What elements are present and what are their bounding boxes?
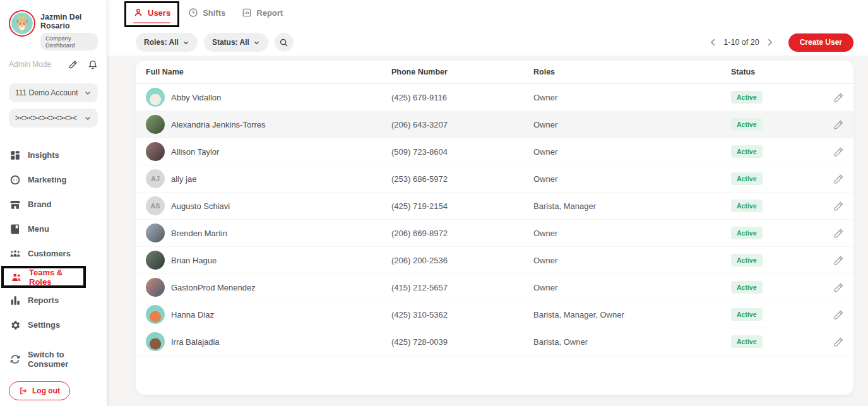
admin-mode-label: Admin Mode (9, 60, 51, 69)
table-row[interactable]: Abby Vidallon (425) 679-9116 Owner Activ… (136, 84, 853, 111)
create-user-button[interactable]: Create User (788, 33, 853, 52)
edit-user-pencil-icon[interactable] (833, 174, 844, 184)
logout-label: Log out (32, 386, 60, 395)
user-roles: Owner (533, 93, 731, 102)
edit-user-pencil-icon[interactable] (833, 309, 844, 320)
column-header-status: Status (731, 68, 833, 76)
logout-button[interactable]: Log out (9, 381, 70, 400)
user-roles: Owner (533, 256, 731, 265)
table-row[interactable]: Brenden Martin (206) 669-8972 Owner Acti… (136, 220, 853, 247)
status-badge: Active (731, 145, 763, 158)
notifications-bell-icon[interactable] (88, 59, 98, 69)
profile-avatar[interactable] (9, 10, 35, 37)
tab-users[interactable]: Users (133, 8, 170, 18)
admin-mode-row: Admin Mode (0, 59, 107, 69)
search-button[interactable] (275, 33, 294, 52)
user-phone-number: (425) 679-9116 (391, 93, 533, 102)
status-badge: Active (731, 281, 763, 294)
status-badge: Active (731, 200, 763, 212)
search-icon (279, 38, 288, 47)
edit-user-pencil-icon[interactable] (833, 282, 844, 293)
sidebar-item-settings[interactable]: Settings (0, 313, 107, 337)
user-phone-number: (253) 686-5972 (391, 174, 533, 184)
user-roles: Barista, Manager (533, 201, 731, 211)
user-full-name: ally jae (171, 174, 196, 184)
chevron-down-icon (182, 39, 189, 46)
table-row[interactable]: Irra Balajadia (425) 728-0039 Barista, O… (136, 328, 853, 355)
logout-icon (19, 386, 28, 395)
user-full-name: Alexandria Jenkins-Torres (171, 120, 266, 129)
table-row[interactable]: Hanna Diaz (425) 310-5362 Barista, Manag… (136, 301, 853, 328)
user-full-name: Allison Taylor (171, 147, 219, 157)
location-dropdown-value: ><><><><><><>< (15, 114, 77, 122)
user-full-name: Augusto Schiavi (171, 201, 230, 211)
sidebar-item-label: Insights (28, 150, 59, 160)
status-filter-label: Status: All (212, 38, 249, 47)
user-roles: Barista, Manager, Owner (533, 310, 731, 319)
sidebar-item-marketing[interactable]: Marketing (0, 167, 107, 192)
user-avatar: AS (146, 196, 165, 215)
sidebar-item-label: Customers (28, 249, 71, 258)
user-phone-number: (425) 728-0039 (391, 337, 533, 347)
edit-user-pencil-icon[interactable] (833, 337, 844, 347)
chevron-down-icon (253, 39, 260, 46)
settings-gear-icon (9, 319, 21, 331)
sidebar-item-label: Settings (28, 320, 60, 330)
edit-user-pencil-icon[interactable] (833, 146, 844, 157)
table-row[interactable]: GastonProd Menendez (415) 212-5657 Owner… (136, 274, 853, 301)
active-tab-underline (133, 22, 170, 23)
menu-book-icon (9, 224, 21, 235)
sidebar-item-customers[interactable]: Customers (0, 241, 107, 266)
user-roles: Owner (533, 147, 731, 157)
users-table-card: Full Name Phone Number Roles Status Abby… (136, 61, 853, 395)
tab-report[interactable]: Report (242, 8, 283, 18)
sidebar-item-label: Brand (28, 200, 52, 209)
table-row[interactable]: AS Augusto Schiavi (425) 719-2154 Barist… (136, 193, 853, 220)
status-badge: Active (731, 335, 763, 348)
location-dropdown[interactable]: ><><><><><><>< (9, 109, 98, 128)
table-row[interactable]: AJ ally jae (253) 686-5972 Owner Active (136, 165, 853, 193)
edit-user-pencil-icon[interactable] (833, 228, 844, 239)
table-body: Abby Vidallon (425) 679-9116 Owner Activ… (136, 84, 853, 355)
table-header-row: Full Name Phone Number Roles Status (136, 61, 853, 84)
tab-shifts[interactable]: Shifts (188, 8, 225, 18)
roles-filter-dropdown[interactable]: Roles: All (136, 33, 198, 52)
table-row[interactable]: Allison Taylor (509) 723-8604 Owner Acti… (136, 138, 853, 165)
users-tab-highlight-box: Users (124, 1, 179, 27)
user-phone-number: (425) 719-2154 (391, 201, 533, 211)
next-page-chevron-icon[interactable] (764, 37, 775, 47)
tab-label: Users (148, 8, 170, 18)
sidebar-item-insights[interactable]: Insights (0, 143, 107, 167)
previous-page-chevron-icon[interactable] (708, 37, 718, 47)
user-avatar (146, 305, 165, 324)
sidebar-item-brand[interactable]: Brand (0, 192, 107, 217)
profile-name: Jazmin Del Rosario (40, 13, 98, 30)
pagination-group: 1-10 of 20 Create User (708, 33, 853, 52)
edit-pencil-icon[interactable] (68, 60, 78, 69)
user-avatar (146, 88, 165, 107)
user-avatar (146, 278, 165, 297)
table-row[interactable]: Brian Hague (206) 200-2536 Owner Active (136, 247, 853, 274)
brand-storefront-icon (9, 199, 21, 210)
switch-to-consumer-label: Switch to Consumer (28, 350, 107, 369)
user-roles: Owner (533, 229, 731, 238)
user-avatar: AJ (146, 169, 165, 188)
tabs-bar: Users Shifts Report (107, 0, 868, 27)
table-row[interactable]: Alexandria Jenkins-Torres (206) 643-3207… (136, 111, 853, 138)
profile-section: Jazmin Del Rosario Company Dashboard (0, 10, 107, 51)
user-avatar (146, 251, 165, 270)
account-dropdown[interactable]: 111 Demo Account (9, 83, 98, 102)
user-avatar (146, 224, 165, 242)
status-filter-dropdown[interactable]: Status: All (204, 33, 268, 52)
edit-user-pencil-icon[interactable] (833, 92, 844, 103)
edit-user-pencil-icon[interactable] (833, 255, 844, 266)
edit-user-pencil-icon[interactable] (833, 201, 844, 212)
column-header-full-name: Full Name (146, 68, 391, 76)
edit-user-pencil-icon[interactable] (833, 119, 844, 130)
sidebar-item-menu[interactable]: Menu (0, 217, 107, 241)
user-roles: Owner (533, 283, 731, 292)
main-content: Users Shifts Report (107, 0, 868, 406)
switch-to-consumer-button[interactable]: Switch to Consumer (0, 350, 107, 369)
sidebar-item-teams-roles[interactable]: Teams & Roles (1, 266, 86, 288)
sidebar-item-reports[interactable]: Reports (0, 288, 107, 313)
